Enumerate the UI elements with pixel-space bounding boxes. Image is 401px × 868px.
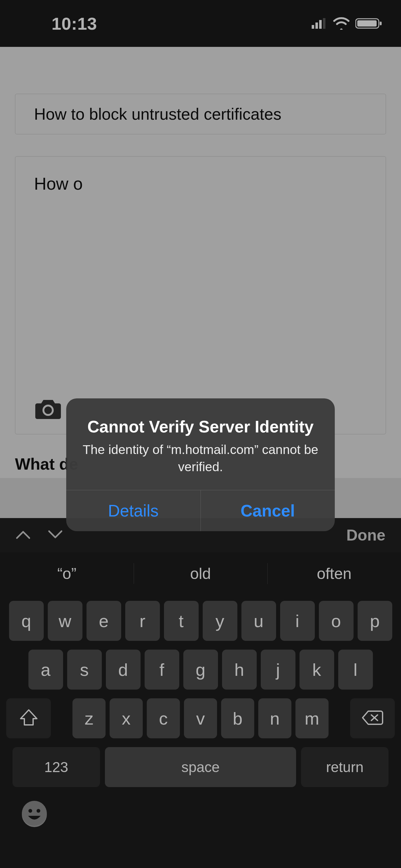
alert-dialog: Cannot Verify Server Identity The identi…	[66, 398, 335, 531]
alert-title: Cannot Verify Server Identity	[81, 417, 320, 436]
iphone-screen: 10:13	[0, 0, 401, 868]
alert-cancel-button[interactable]: Cancel	[201, 490, 335, 531]
alert-details-button[interactable]: Details	[66, 490, 201, 531]
alert-message: The identity of “m.hotmail.com” cannot b…	[81, 441, 320, 476]
